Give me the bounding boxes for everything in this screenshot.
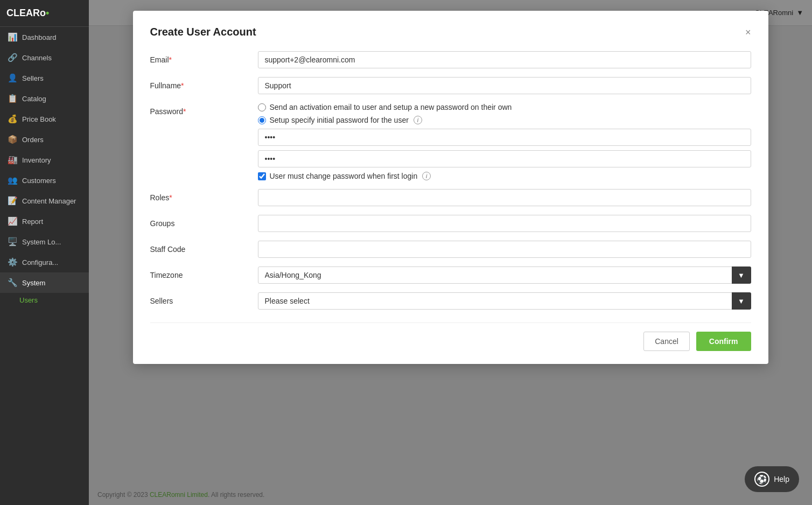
email-input[interactable]	[258, 51, 751, 68]
help-button[interactable]: ⚽ Help	[745, 466, 799, 492]
main-content: CLEARomni ▼ Create User Account × Email*…	[89, 0, 812, 505]
sellers-row: Sellers Please select ▼	[150, 292, 751, 310]
must-change-password-checkbox[interactable]	[258, 172, 266, 180]
sidebar-item-sellers[interactable]: 👤 Sellers	[0, 68, 89, 88]
sidebar-sub-label: Users	[19, 296, 38, 304]
password-confirm-input[interactable]	[258, 150, 751, 167]
sidebar-item-channels[interactable]: 🔗 Channels	[0, 47, 89, 68]
timezone-control: Asia/Hong_Kong Asia/Singapore UTC Americ…	[258, 266, 751, 284]
timezone-select-wrap: Asia/Hong_Kong Asia/Singapore UTC Americ…	[258, 266, 751, 284]
create-user-modal: Create User Account × Email* Fullname* P…	[133, 11, 768, 364]
modal-header: Create User Account ×	[150, 26, 751, 38]
logo-dot: •	[46, 8, 49, 19]
timezone-label: Timezone	[150, 266, 258, 279]
sidebar-item-label: Content Manager	[22, 197, 76, 205]
groups-control	[258, 215, 751, 232]
password-change-row: User must change password when first log…	[258, 172, 751, 180]
app-logo: CLEARo•	[0, 0, 89, 27]
staff-code-row: Staff Code	[150, 241, 751, 258]
email-label: Email*	[150, 51, 258, 64]
sidebar-item-label: Report	[22, 218, 43, 226]
roles-required: *	[169, 193, 172, 202]
report-icon: 📈	[8, 216, 18, 226]
sidebar-item-label: Customers	[22, 177, 56, 185]
logo-text: CLEARo	[6, 8, 46, 19]
modal-footer: Cancel Confirm	[150, 322, 751, 351]
timezone-select[interactable]: Asia/Hong_Kong Asia/Singapore UTC Americ…	[258, 266, 751, 284]
channels-icon: 🔗	[8, 53, 18, 62]
password-radio-option1[interactable]: Send an activation email to user and set…	[258, 103, 751, 111]
fullname-input[interactable]	[258, 77, 751, 94]
sidebar-item-customers[interactable]: 👥 Customers	[0, 170, 89, 191]
change-password-info-icon: i	[422, 172, 431, 180]
roles-control	[258, 189, 751, 206]
sellers-select[interactable]: Please select	[258, 292, 751, 310]
modal-close-button[interactable]: ×	[745, 27, 751, 37]
system-icon: 🔧	[8, 278, 18, 287]
must-change-password-label: User must change password when first log…	[270, 172, 418, 180]
sidebar-item-label: Catalog	[22, 95, 46, 103]
timezone-row: Timezone Asia/Hong_Kong Asia/Singapore U…	[150, 266, 751, 284]
sidebar-item-dashboard[interactable]: 📊 Dashboard	[0, 27, 89, 47]
sellers-label: Sellers	[150, 292, 258, 305]
sidebar-item-pricebook[interactable]: 💰 Price Book	[0, 109, 89, 129]
sidebar-item-inventory[interactable]: 🏭 Inventory	[0, 150, 89, 170]
cancel-button[interactable]: Cancel	[643, 332, 690, 351]
staff-code-label: Staff Code	[150, 241, 258, 254]
radio2-label: Setup specify initial password for the u…	[270, 116, 409, 124]
groups-row: Groups	[150, 215, 751, 232]
help-icon: ⚽	[754, 472, 769, 487]
sellers-control: Please select ▼	[258, 292, 751, 310]
password-row: Password* Send an activation email to us…	[150, 103, 751, 180]
customers-icon: 👥	[8, 176, 18, 185]
radio2-info-icon: i	[414, 116, 422, 124]
sidebar-item-label: System	[22, 279, 45, 287]
sidebar-item-catalog[interactable]: 📋 Catalog	[0, 88, 89, 109]
password-label: Password*	[150, 103, 258, 116]
groups-label: Groups	[150, 215, 258, 228]
password-radio1[interactable]	[258, 103, 266, 111]
help-label: Help	[774, 475, 789, 483]
sidebar-item-system[interactable]: 🔧 System	[0, 272, 89, 293]
sidebar-item-label: Channels	[22, 54, 52, 62]
sidebar-item-label: Orders	[22, 136, 44, 144]
email-control	[258, 51, 751, 68]
sellers-select-wrap: Please select ▼	[258, 292, 751, 310]
pricebook-icon: 💰	[8, 114, 18, 124]
sidebar-item-label: Inventory	[22, 156, 51, 164]
sidebar-item-label: Sellers	[22, 74, 44, 82]
email-row: Email*	[150, 51, 751, 68]
sidebar-sub-users[interactable]: Users	[0, 293, 89, 307]
sidebar: CLEARo• 📊 Dashboard 🔗 Channels 👤 Sellers…	[0, 0, 89, 505]
inventory-icon: 🏭	[8, 155, 18, 165]
staff-code-control	[258, 241, 751, 258]
sidebar-item-orders[interactable]: 📦 Orders	[0, 129, 89, 150]
sidebar-item-systemlog[interactable]: 🖥️ System Lo...	[0, 232, 89, 252]
confirm-button[interactable]: Confirm	[696, 332, 751, 351]
password-radio-group: Send an activation email to user and set…	[258, 103, 751, 124]
sidebar-item-report[interactable]: 📈 Report	[0, 211, 89, 232]
staff-code-input[interactable]	[258, 241, 751, 258]
catalog-icon: 📋	[8, 94, 18, 103]
dashboard-icon: 📊	[8, 32, 18, 42]
password-radio-option2[interactable]: Setup specify initial password for the u…	[258, 116, 751, 124]
password-control: Send an activation email to user and set…	[258, 103, 751, 180]
password-input[interactable]	[258, 129, 751, 146]
orders-icon: 📦	[8, 135, 18, 144]
password-fields	[258, 129, 751, 167]
sidebar-item-label: Dashboard	[22, 33, 57, 41]
fullname-control	[258, 77, 751, 94]
sidebar-item-label: Configura...	[22, 258, 58, 266]
groups-input[interactable]	[258, 215, 751, 232]
sidebar-item-label: Price Book	[22, 115, 56, 123]
roles-input[interactable]	[258, 189, 751, 206]
sellers-icon: 👤	[8, 73, 18, 83]
fullname-row: Fullname*	[150, 77, 751, 94]
password-radio2[interactable]	[258, 116, 266, 124]
sidebar-item-configure[interactable]: ⚙️ Configura...	[0, 252, 89, 272]
roles-label: Roles*	[150, 189, 258, 202]
sidebar-item-content[interactable]: 📝 Content Manager	[0, 191, 89, 211]
modal-title: Create User Account	[150, 26, 256, 38]
fullname-required: *	[181, 81, 184, 90]
radio1-label: Send an activation email to user and set…	[270, 103, 512, 111]
